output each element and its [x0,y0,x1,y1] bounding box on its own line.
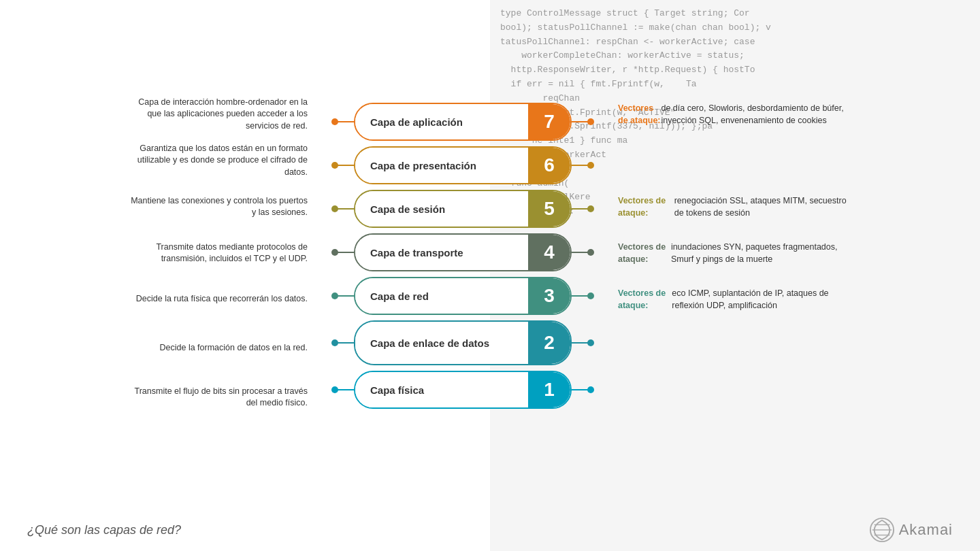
dot-left-3 [331,293,338,299]
layer-label-4: Capa de transporte [355,235,528,270]
layer-pill-3: Capa de red3 [354,277,572,315]
layer-number-5: 5 [528,191,570,227]
attack-label-7: Vectores de ataque: [618,102,661,127]
layer-row-1: Capa física1 [354,371,572,409]
layer-pill-5: Capa de sesión5 [354,190,572,228]
dot-left-2 [331,339,338,346]
layer-label-5: Capa de sesión [355,191,528,227]
dot-left-7 [331,118,338,125]
right-descriptions: Vectores de ataque: de día cero, Slowlor… [611,91,849,420]
layer-label-6: Capa de presentación [355,148,528,183]
right-desc-layer-1 [618,374,849,420]
right-desc-layer-2 [618,322,849,374]
akamai-logo-text: Akamai [899,521,953,539]
layer-label-1: Capa física [355,372,528,407]
layer-number-3: 3 [528,278,570,314]
layer-number-7: 7 [528,104,570,139]
center-layers: Capa de aplicación7Capa de presentación6… [340,103,585,409]
akamai-logo-icon [869,517,895,543]
layer-number-1: 1 [528,372,570,407]
left-desc-layer-7: Capa de interacción hombre-ordenador en … [131,91,308,137]
layer-pill-7: Capa de aplicación7 [354,103,572,141]
left-desc-layer-3: Decide la ruta física que recorrerán los… [131,276,308,322]
layer-label-3: Capa de red [355,278,528,314]
attack-label-5: Vectores de ataque: [618,195,674,219]
akamai-logo: Akamai [869,517,953,543]
right-desc-layer-5: Vectores de ataque: renegociación SSL, a… [618,184,849,230]
right-desc-layer-7: Vectores de ataque: de día cero, Slowlor… [618,91,849,137]
dot-left-6 [331,162,338,169]
dot-left-5 [331,205,338,212]
layer-row-7: Capa de aplicación7 [354,103,572,141]
dot-right-6 [587,162,594,169]
left-desc-layer-6: Garantiza que los datos están en un form… [131,137,308,184]
bottom-bar: ¿Qué son las capas de red? Akamai [0,512,980,551]
layer-label-7: Capa de aplicación [355,104,528,139]
layer-number-4: 4 [528,235,570,270]
left-desc-layer-4: Transmite datos mediante protocolos de t… [131,230,308,276]
osi-diagram: Capa de interacción hombre-ordenador en … [0,0,980,512]
main-container: Capa de interacción hombre-ordenador en … [0,0,980,551]
layer-pill-1: Capa física1 [354,371,572,409]
layer-row-5: Capa de sesión5 [354,190,572,228]
dot-left-1 [331,386,338,393]
dot-right-3 [587,293,594,299]
right-desc-layer-3: Vectores de ataque: eco ICMP, suplantaci… [618,276,849,322]
layer-row-4: Capa de transporte4 [354,233,572,271]
right-desc-layer-6 [618,137,849,184]
layer-number-2: 2 [528,322,570,364]
left-desc-layer-5: Mantiene las conexiones y controla los p… [131,184,308,230]
left-desc-layer-2: Decide la formación de datos en la red. [131,322,308,374]
attack-label-4: Vectores de ataque: [618,241,671,265]
dot-right-4 [587,249,594,256]
left-descriptions: Capa de interacción hombre-ordenador en … [131,91,314,420]
dot-right-2 [587,339,594,346]
layer-number-6: 6 [528,148,570,183]
layer-pill-4: Capa de transporte4 [354,233,572,271]
layer-row-6: Capa de presentación6 [354,146,572,184]
layer-row-2: Capa de enlace de datos2 [354,320,572,365]
layer-pill-6: Capa de presentación6 [354,146,572,184]
layer-row-3: Capa de red3 [354,277,572,315]
attack-label-3: Vectores de ataque: [618,287,672,312]
dot-right-7 [587,118,594,125]
left-desc-layer-1: Transmite el flujo de bits sin procesar … [131,374,308,420]
page-title: ¿Qué son las capas de red? [27,523,181,537]
right-desc-layer-4: Vectores de ataque: inundaciones SYN, pa… [618,230,849,276]
dot-right-1 [587,386,594,393]
dot-right-5 [587,205,594,212]
dot-left-4 [331,249,338,256]
layer-label-2: Capa de enlace de datos [355,322,528,364]
layer-pill-2: Capa de enlace de datos2 [354,320,572,365]
